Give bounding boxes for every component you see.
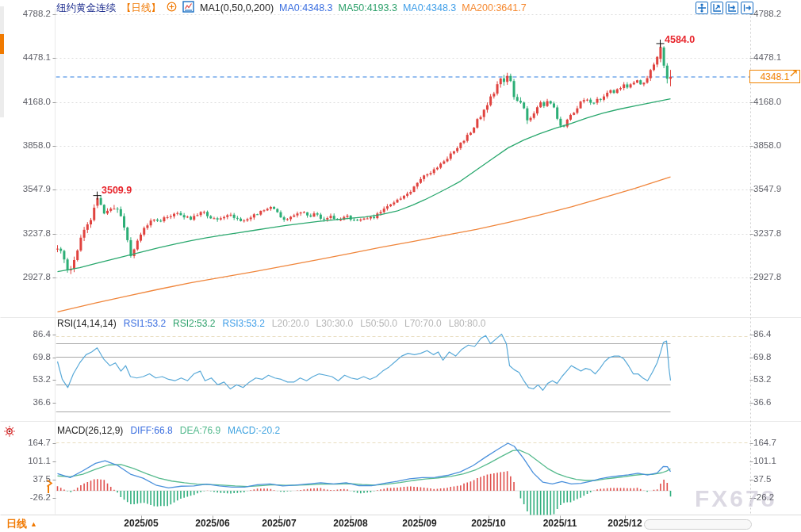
footer-period-label: 日线 [6,517,27,531]
macd-value: MACD:-20.2 [228,425,280,436]
macd-name: MACD(26,12,9) [57,425,123,436]
macd-axis-label-left: 37.5 [0,474,51,484]
dea-value: DEA:76.9 [180,425,220,436]
price-axis-label-left: 4788.2 [0,9,51,18]
month-label: 2025/08 [333,518,367,529]
rsi-axis-label-left: 53.2 [0,374,51,384]
rsi-axis-label-right: 53.2 [753,374,771,384]
marker-label-april-peak: 3509.9 [102,185,132,196]
chart-app: FX678 纽约黄金连续 【日线】 MA1(0,50,0,200) MA0:43… [0,0,801,532]
candlestick-chart-icon[interactable] [182,1,194,15]
month-label: 2025/11 [543,518,577,529]
macd-axis-label-left: 164.7 [0,438,51,447]
ma50-value: MA50:4193.3 [339,2,397,13]
macd-axis-label-right: 164.7 [753,438,776,447]
price-axis-label-left: 3547.9 [0,184,51,193]
rsi-axis-label-left: 69.8 [0,352,51,362]
rsi2-value: RSI2:53.2 [173,318,215,329]
last-price-value: 4348.1 [761,71,790,82]
price-axis-label-left: 3858.0 [0,140,51,150]
month-label: 2025/12 [607,518,642,529]
price-axis-label-right: 4478.1 [753,52,781,62]
rsi-header: RSI(14,14,14) RSI1:53.2 RSI2:53.2 RSI3:5… [57,318,485,329]
price-axis-label-left: 4168.0 [0,97,51,106]
rsi3-value: RSI3:53.2 [222,318,264,329]
rsi1-value: RSI1:53.2 [124,318,166,329]
theme-sun-icon[interactable] [3,425,16,438]
price-axis-label-left: 2927.8 [0,272,51,281]
ma0b-value: MA0:4348.3 [403,2,456,13]
macd-axis-label-left: -26.2 [0,492,51,502]
month-label: 2025/06 [195,518,229,529]
month-label: 2025/10 [471,518,505,529]
rsi-level-80: L80:80.0 [449,318,486,329]
macd-axis-label-right: 101.1 [753,456,776,465]
ma200-value: MA200:3641.7 [462,2,526,13]
add-indicator-icon[interactable] [167,2,177,14]
ma-indicator-label: MA1(0,50,0,200) [200,2,274,13]
month-label: 2025/09 [402,518,436,529]
price-axis-label-right: 2927.8 [753,272,781,281]
rsi-axis-label-right: 69.8 [753,352,771,362]
macd-axis-label-left: 101.1 [0,456,51,465]
ma0-value: MA0:4348.3 [279,2,332,13]
chart-toolbar [696,2,753,14]
chart-header: 纽约黄金连续 【日线】 MA1(0,50,0,200) MA0:4348.3 M… [56,2,527,14]
price-axis-label-right: 3547.9 [753,184,781,193]
rsi-axis-label-right: 86.4 [753,329,771,339]
price-axis-label-right: 3858.0 [753,140,781,150]
rsi-level-20: L20:20.0 [272,318,309,329]
rsi-axis-label-left: 36.6 [0,397,51,407]
axis-zoom-horizontal-icon[interactable] [726,2,738,14]
left-scrollbar[interactable] [0,6,4,117]
month-label: 2025/05 [124,518,158,529]
axis-zoom-vertical-icon[interactable] [711,2,723,14]
macd-axis-label-right: -26.2 [753,492,774,502]
month-label: 2025/07 [262,518,296,529]
diff-value: DIFF:66.8 [130,425,172,436]
rsi-level-50: L50:50.0 [360,318,397,329]
rsi-name: RSI(14,14,14) [57,318,117,329]
rsi-level-30: L30:30.0 [316,318,354,329]
macd-header: MACD(26,12,9) DIFF:66.8 DEA:76.9 MACD:-2… [57,425,280,436]
left-scrollbar-thumb[interactable] [0,34,4,54]
marker-label-high: 4584.0 [665,34,695,45]
footer-period-arrow-icon: ▲ [30,520,37,528]
price-arrow-icon [789,67,799,81]
rsi-axis-label-left: 86.4 [0,329,51,339]
pan-right-icon[interactable] [741,2,753,14]
footer-period-selector[interactable]: 日线 ▲ [6,517,37,531]
price-axis-label-right: 4788.2 [753,9,781,18]
instrument-title: 纽约黄金连续 [56,2,116,15]
price-axis-label-right: 4168.0 [753,97,781,106]
rsi-level-70: L70:70.0 [404,318,442,329]
time-scrollbar[interactable] [644,519,752,530]
price-axis-label-left: 3237.8 [0,228,51,238]
price-axis-label-right: 3237.8 [753,228,781,238]
pan-crosshair-icon[interactable] [696,2,708,14]
orange-tick-marker [48,486,49,493]
period-tag: 【日线】 [121,2,161,15]
macd-axis-label-right: 37.5 [753,474,771,484]
rsi-axis-label-right: 36.6 [753,397,771,407]
chart-canvas[interactable] [0,0,801,532]
price-axis-label-left: 4478.1 [0,52,51,62]
